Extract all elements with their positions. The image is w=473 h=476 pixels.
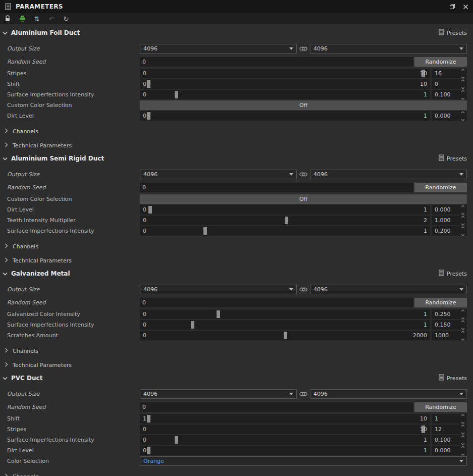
output-width-dropdown[interactable]: 4096 [140,170,297,179]
presets-button[interactable]: Presets [439,374,467,382]
presets-button[interactable]: Presets [439,29,467,37]
section-header[interactable]: PVC Duct Presets [0,373,473,384]
slider[interactable]: 0 2 [140,216,430,225]
randomize-button[interactable]: Randomize [414,57,467,67]
slider[interactable]: 0 10 [140,79,430,89]
slider-handle[interactable] [175,91,178,98]
link-icon[interactable] [299,46,307,51]
link-icon[interactable] [299,392,307,396]
slider-handle[interactable] [148,206,152,214]
slider[interactable]: 0 1 [140,435,430,445]
slider[interactable]: 0 10 [140,425,430,434]
slider-handle[interactable] [147,80,150,88]
spin-down-icon[interactable] [461,116,465,123]
chevron-down-icon[interactable] [3,375,8,382]
group-channels[interactable]: Channels [0,346,473,355]
slider-handle[interactable] [203,227,207,235]
link-icon[interactable] [299,287,307,292]
spin-up-icon[interactable] [461,66,465,73]
group-channels[interactable]: Channels [0,242,473,251]
section-header[interactable]: Aluminium Semi Rigid Duct Presets [0,153,473,164]
group-channels[interactable]: Channels [0,472,473,476]
slider[interactable]: 0 1 [140,446,430,455]
spin-up-icon[interactable] [461,411,465,418]
spin-up-icon[interactable] [461,224,465,230]
history-icon[interactable]: ↻ [62,15,70,23]
slider-handle[interactable] [284,332,287,339]
printer-icon[interactable] [18,15,26,23]
output-height-dropdown[interactable]: 4096 [310,285,467,294]
lock-icon[interactable] [4,15,12,23]
slider-handle[interactable] [147,447,150,454]
group-technical-parameters[interactable]: Technical Parameters [0,360,473,369]
slider[interactable]: 0 10 [140,69,430,78]
group-channels[interactable]: Channels [0,127,473,136]
section-header[interactable]: Galvanized Metal Presets [0,268,473,279]
random-seed-slider[interactable]: 0 [140,402,413,412]
presets-button[interactable]: Presets [439,154,467,163]
slider-handle[interactable] [147,112,150,120]
output-width-dropdown[interactable]: 4096 [140,44,297,54]
output-height-dropdown[interactable]: 4096 [310,389,467,399]
chevron-down-icon[interactable] [3,30,8,36]
spin-up-icon[interactable] [461,202,465,209]
swap-vertical-icon[interactable]: ⇅ [33,15,41,23]
section-title: Galvanized Metal [11,270,70,277]
spin-up-icon[interactable] [461,443,465,450]
spin-down-icon[interactable] [461,336,465,342]
value-field[interactable]: 0.200 [432,226,467,236]
color-selection-dropdown[interactable]: Orange [140,456,467,466]
group-label: Technical Parameters [13,142,72,149]
spin-up-icon[interactable] [461,318,465,324]
random-seed-slider[interactable]: 0 [140,57,413,67]
output-height-dropdown[interactable]: 4096 [310,170,467,179]
dropdown-value: 4096 [313,45,328,52]
section-header[interactable]: Aluminium Foil Duct Presets [0,27,473,38]
chevron-down-icon[interactable] [3,155,8,162]
slider-handle[interactable] [217,310,220,318]
spin-up-icon[interactable] [461,109,465,115]
restore-window-icon[interactable] [449,4,455,10]
slider-handle[interactable] [285,217,288,224]
spin-up-icon[interactable] [461,422,465,429]
spin-up-icon[interactable] [461,77,465,83]
randomize-button[interactable]: Randomize [414,402,467,412]
spin-up-icon[interactable] [461,328,465,335]
spin-up-icon[interactable] [461,87,465,94]
revert-icon[interactable]: ↶ [47,15,56,23]
slider[interactable]: 0 1 [140,90,430,99]
value-field[interactable]: 0.100 [432,90,467,99]
custom-color-toggle-button[interactable]: Off [140,194,467,204]
spin-down-icon[interactable] [461,231,465,238]
presets-button[interactable]: Presets [439,270,467,278]
slider-handle[interactable] [147,415,150,422]
group-technical-parameters[interactable]: Technical Parameters [0,141,473,150]
spin-up-icon[interactable] [461,433,465,439]
slider[interactable]: 0 1 [140,309,430,319]
randomize-button[interactable]: Randomize [414,298,467,307]
output-width-dropdown[interactable]: 4096 [140,389,297,399]
output-width-dropdown[interactable]: 4096 [140,285,297,294]
slider-handle[interactable] [191,321,194,329]
spin-up-icon[interactable] [461,307,465,313]
slider[interactable]: 0 1 [140,320,430,330]
close-icon[interactable] [463,4,468,10]
chevron-down-icon[interactable] [3,271,8,277]
link-icon[interactable] [299,172,307,177]
group-technical-parameters[interactable]: Technical Parameters [0,256,473,265]
output-height-dropdown[interactable]: 4096 [310,44,467,54]
random-seed-slider[interactable]: 0 [140,298,413,307]
value-field[interactable]: 0.000 [432,111,467,121]
random-seed-slider[interactable]: 0 [140,183,413,192]
slider[interactable]: 0 1 [140,111,430,121]
slider[interactable]: 0 2000 [140,331,430,340]
slider[interactable]: 0 1 [140,226,430,236]
custom-color-toggle-button[interactable]: Off [140,100,467,110]
slider[interactable]: 1 10 [140,414,430,424]
slider[interactable]: 0 1 [140,205,430,215]
value-field[interactable]: 1000 [432,331,467,340]
slider-handle[interactable] [175,436,178,444]
value-field[interactable]: 0.000 [432,446,467,455]
spin-up-icon[interactable] [461,213,465,220]
randomize-button[interactable]: Randomize [414,183,467,192]
